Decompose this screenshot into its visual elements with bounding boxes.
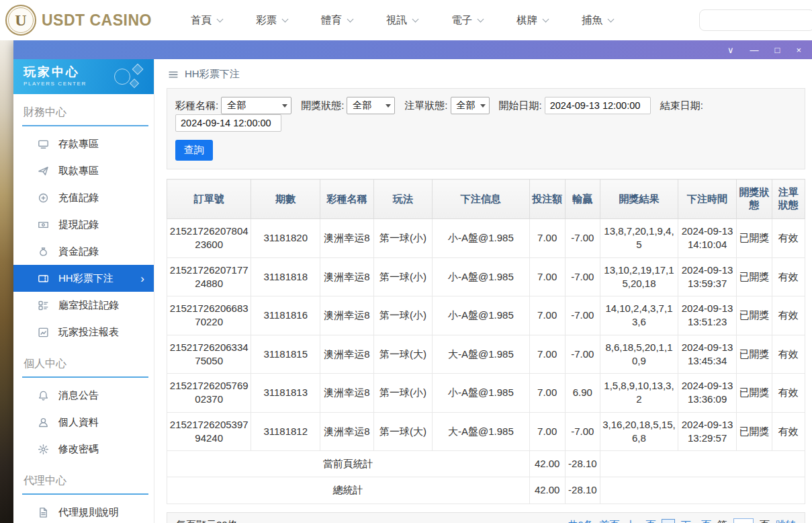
prev-page-link[interactable]: 上一页 (625, 519, 656, 523)
sidebar-item[interactable]: 提現記錄 (13, 211, 154, 238)
sidebar-item[interactable]: 玩家投注報表 (13, 319, 154, 346)
topnav-item[interactable]: 捕魚 (582, 13, 613, 28)
table-cell: 第一球(大) (373, 412, 432, 451)
window-body: 玩家中心 PLAYERS CENTER 財務中心存款專區取款專區充值記錄提現記錄… (13, 59, 812, 523)
maximize-icon[interactable]: □ (775, 46, 780, 54)
sidebar-item[interactable]: HH彩票下注› (13, 265, 154, 292)
page-jump-input[interactable] (733, 518, 754, 523)
player-center-window: ∨—□× 玩家中心 PLAYERS CENTER 財務中心存款專區取款專區充值記… (13, 40, 812, 523)
table-cell: 第一球(小) (373, 219, 432, 258)
page-title: HH彩票下注 (185, 68, 240, 81)
table-cell: 31181815 (251, 335, 320, 374)
summary-label: 當前頁統計 (167, 451, 530, 477)
topnav-item[interactable]: 棋牌 (516, 13, 548, 28)
summary-label: 總統計 (167, 477, 530, 504)
table-cell: 2024-09-13 13:51:23 (678, 296, 736, 335)
topnav-item[interactable]: 視訊 (386, 13, 418, 28)
first-page-link[interactable]: 首页 (599, 519, 619, 523)
chevron-down-icon (608, 15, 615, 22)
column-header: 開獎狀態 (737, 179, 772, 219)
sidebar-menu: 財務中心存款專區取款專區充值記錄提現記錄資金記錄HH彩票下注›廳室投註記錄玩家投… (13, 94, 154, 523)
summary-empty (600, 451, 805, 477)
chevron-down-icon (478, 15, 484, 22)
main-content: HH彩票下注 彩種名稱:全部開獎狀態:全部注單狀態:全部開始日期:結束日期: 查… (154, 59, 812, 523)
table-cell: -7.00 (565, 412, 600, 451)
sidebar-item[interactable]: 存款專區 (13, 130, 154, 157)
logo[interactable]: U USDT CASINO (5, 5, 152, 36)
filter-panel: 彩種名稱:全部開獎狀態:全部注單狀態:全部開始日期:結束日期: 查詢 (167, 88, 805, 169)
menu-icon[interactable] (168, 69, 179, 80)
sidebar-item[interactable]: 個人資料 (13, 409, 154, 436)
sidebar-item-label: 個人資料 (58, 416, 99, 429)
filter-label: 注單狀態: (404, 99, 447, 112)
jump-button[interactable]: 跳转 (776, 519, 796, 523)
sidebar-item-label: HH彩票下注 (58, 272, 114, 285)
table-cell: 澳洲幸运8 (320, 374, 373, 413)
filter-label: 彩種名稱: (175, 99, 218, 112)
table-cell: 2152172620780423600 (167, 219, 251, 258)
sidebar-item[interactable]: 代理規則說明 (13, 499, 154, 523)
window-titlebar: ∨—□× (13, 40, 812, 59)
table-cell: 澳洲幸运8 (320, 257, 373, 296)
table-cell: 7.00 (529, 219, 565, 258)
next-page-link[interactable]: 下一页 (681, 519, 711, 523)
chevron-down-icon (480, 104, 486, 108)
table-cell: 大-A盤@1.985 (433, 412, 529, 451)
start-date-input[interactable] (545, 97, 651, 114)
sidebar-item[interactable]: 修改密碼 (13, 436, 154, 462)
filter-label: 結束日期: (660, 99, 703, 112)
summary-bet-total: 42.00 (529, 477, 565, 504)
table-cell: 已開獎 (737, 219, 772, 258)
total-count: 共6条 (568, 519, 593, 523)
table-row: 215217262071772488031181818澳洲幸运8第一球(小)小-… (167, 257, 805, 296)
chevron-down-icon (282, 104, 287, 108)
table-cell: 第一球(小) (373, 296, 432, 335)
sidebar-item[interactable]: 取款專區 (13, 157, 154, 184)
report-icon (38, 327, 49, 338)
table-cell: 2024-09-13 13:59:37 (678, 257, 736, 296)
chevron-down-icon (412, 15, 419, 22)
screen: U USDT CASINO 首頁彩票體育視訊電子棋牌捕魚 ∨—□× 玩家中心 P… (0, 0, 812, 523)
order-status-select[interactable]: 全部 (451, 97, 490, 114)
topnav-item[interactable]: 彩票 (256, 13, 287, 28)
topnav-item[interactable]: 首頁 (191, 13, 222, 28)
sidebar-item[interactable]: 消息公告 (13, 382, 154, 409)
chevron-down-icon (386, 104, 391, 108)
sidebar-item-label: 消息公告 (58, 389, 99, 402)
close-icon[interactable]: × (796, 46, 801, 54)
chevron-down-icon[interactable]: ∨ (727, 46, 734, 54)
end-date-input[interactable] (175, 114, 281, 132)
sidebar-section-title: 個人中心 (22, 346, 148, 378)
sidebar-item-label: 廳室投註記錄 (58, 299, 119, 312)
draw-status-select[interactable]: 全部 (347, 97, 395, 114)
chevron-down-icon (347, 15, 354, 22)
sidebar-section-title: 財務中心 (22, 94, 148, 126)
sidebar-item-label: 取款專區 (58, 165, 99, 177)
current-page[interactable]: 1 (662, 519, 675, 523)
topnav-item-label: 彩票 (256, 13, 277, 28)
table-cell: 澳洲幸运8 (320, 335, 373, 374)
table-cell: 31181812 (251, 412, 320, 451)
table-cell: 31181820 (251, 219, 320, 258)
topnav-item-label: 捕魚 (582, 13, 602, 28)
search-button[interactable]: 查詢 (175, 140, 213, 161)
table-cell: 已開獎 (737, 296, 772, 335)
bell-icon (38, 390, 49, 401)
sidebar-item[interactable]: 充值記錄 (13, 184, 154, 211)
chevron-right-icon: › (140, 273, 144, 284)
sidebar-item[interactable]: 資金記錄 (13, 238, 154, 265)
topnav-item[interactable]: 體育 (321, 13, 353, 28)
table-cell: 有效 (772, 412, 805, 451)
column-header: 開獎結果 (600, 179, 678, 219)
topnav-item-label: 電子 (451, 13, 472, 28)
filter-label: 開獎狀態: (301, 99, 344, 112)
topnav-item[interactable]: 電子 (451, 13, 483, 28)
sidebar-item-label: 代理規則說明 (58, 506, 119, 519)
lottery-name-select[interactable]: 全部 (221, 97, 291, 114)
summary-row: 總統計42.00-28.10 (167, 477, 805, 504)
gear-icon (38, 444, 49, 455)
deposit-icon (38, 138, 49, 150)
table-cell: 第一球(大) (373, 335, 432, 374)
minimize-icon[interactable]: — (750, 46, 759, 54)
sidebar-item[interactable]: 廳室投註記錄 (13, 292, 154, 319)
